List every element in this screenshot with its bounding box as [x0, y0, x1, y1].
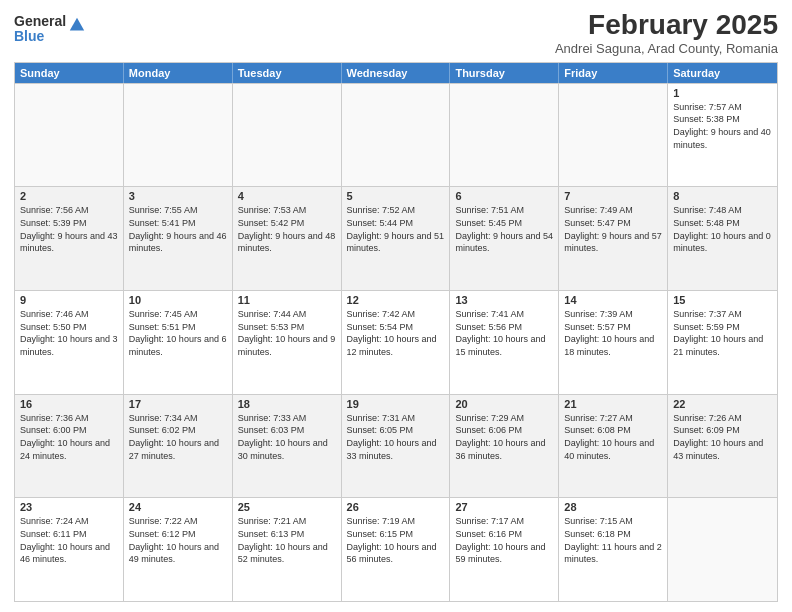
location-subtitle: Andrei Saguna, Arad County, Romania	[555, 41, 778, 56]
day-number: 6	[455, 190, 553, 202]
header: General Blue February 2025 Andrei Saguna…	[14, 10, 778, 56]
day-info: Sunrise: 7:37 AM Sunset: 5:59 PM Dayligh…	[673, 308, 772, 358]
logo-blue: Blue	[14, 29, 66, 44]
logo: General Blue	[14, 14, 86, 45]
day-number: 15	[673, 294, 772, 306]
calendar-cell: 27Sunrise: 7:17 AM Sunset: 6:16 PM Dayli…	[450, 498, 559, 601]
calendar-cell: 1Sunrise: 7:57 AM Sunset: 5:38 PM Daylig…	[668, 84, 777, 187]
day-info: Sunrise: 7:15 AM Sunset: 6:18 PM Dayligh…	[564, 515, 662, 565]
day-number: 12	[347, 294, 445, 306]
day-number: 5	[347, 190, 445, 202]
header-day-friday: Friday	[559, 63, 668, 83]
day-number: 7	[564, 190, 662, 202]
day-number: 11	[238, 294, 336, 306]
day-info: Sunrise: 7:41 AM Sunset: 5:56 PM Dayligh…	[455, 308, 553, 358]
day-number: 8	[673, 190, 772, 202]
calendar-cell: 25Sunrise: 7:21 AM Sunset: 6:13 PM Dayli…	[233, 498, 342, 601]
day-number: 17	[129, 398, 227, 410]
day-number: 24	[129, 501, 227, 513]
day-info: Sunrise: 7:55 AM Sunset: 5:41 PM Dayligh…	[129, 204, 227, 254]
day-number: 20	[455, 398, 553, 410]
calendar-cell	[342, 84, 451, 187]
day-info: Sunrise: 7:19 AM Sunset: 6:15 PM Dayligh…	[347, 515, 445, 565]
day-info: Sunrise: 7:26 AM Sunset: 6:09 PM Dayligh…	[673, 412, 772, 462]
calendar-cell: 28Sunrise: 7:15 AM Sunset: 6:18 PM Dayli…	[559, 498, 668, 601]
day-number: 27	[455, 501, 553, 513]
day-info: Sunrise: 7:27 AM Sunset: 6:08 PM Dayligh…	[564, 412, 662, 462]
logo-icon	[68, 16, 86, 34]
calendar-cell: 16Sunrise: 7:36 AM Sunset: 6:00 PM Dayli…	[15, 395, 124, 498]
calendar-cell: 22Sunrise: 7:26 AM Sunset: 6:09 PM Dayli…	[668, 395, 777, 498]
calendar-cell: 3Sunrise: 7:55 AM Sunset: 5:41 PM Daylig…	[124, 187, 233, 290]
calendar-cell: 18Sunrise: 7:33 AM Sunset: 6:03 PM Dayli…	[233, 395, 342, 498]
calendar-cell: 2Sunrise: 7:56 AM Sunset: 5:39 PM Daylig…	[15, 187, 124, 290]
day-number: 19	[347, 398, 445, 410]
calendar-cell: 24Sunrise: 7:22 AM Sunset: 6:12 PM Dayli…	[124, 498, 233, 601]
day-info: Sunrise: 7:51 AM Sunset: 5:45 PM Dayligh…	[455, 204, 553, 254]
day-number: 3	[129, 190, 227, 202]
day-info: Sunrise: 7:31 AM Sunset: 6:05 PM Dayligh…	[347, 412, 445, 462]
day-number: 4	[238, 190, 336, 202]
logo-general: General	[14, 14, 66, 29]
day-info: Sunrise: 7:17 AM Sunset: 6:16 PM Dayligh…	[455, 515, 553, 565]
calendar-row-2: 9Sunrise: 7:46 AM Sunset: 5:50 PM Daylig…	[15, 290, 777, 394]
day-info: Sunrise: 7:42 AM Sunset: 5:54 PM Dayligh…	[347, 308, 445, 358]
day-number: 21	[564, 398, 662, 410]
calendar-cell: 7Sunrise: 7:49 AM Sunset: 5:47 PM Daylig…	[559, 187, 668, 290]
day-info: Sunrise: 7:22 AM Sunset: 6:12 PM Dayligh…	[129, 515, 227, 565]
header-day-monday: Monday	[124, 63, 233, 83]
calendar-cell: 15Sunrise: 7:37 AM Sunset: 5:59 PM Dayli…	[668, 291, 777, 394]
calendar-header: SundayMondayTuesdayWednesdayThursdayFrid…	[15, 63, 777, 83]
page: General Blue February 2025 Andrei Saguna…	[0, 0, 792, 612]
day-number: 14	[564, 294, 662, 306]
day-number: 10	[129, 294, 227, 306]
calendar-cell	[15, 84, 124, 187]
logo-text: General Blue	[14, 14, 66, 45]
day-number: 13	[455, 294, 553, 306]
day-info: Sunrise: 7:49 AM Sunset: 5:47 PM Dayligh…	[564, 204, 662, 254]
calendar-cell: 5Sunrise: 7:52 AM Sunset: 5:44 PM Daylig…	[342, 187, 451, 290]
calendar-cell	[124, 84, 233, 187]
calendar-row-1: 2Sunrise: 7:56 AM Sunset: 5:39 PM Daylig…	[15, 186, 777, 290]
day-number: 23	[20, 501, 118, 513]
calendar-row-3: 16Sunrise: 7:36 AM Sunset: 6:00 PM Dayli…	[15, 394, 777, 498]
header-day-tuesday: Tuesday	[233, 63, 342, 83]
day-number: 25	[238, 501, 336, 513]
calendar: SundayMondayTuesdayWednesdayThursdayFrid…	[14, 62, 778, 602]
day-info: Sunrise: 7:29 AM Sunset: 6:06 PM Dayligh…	[455, 412, 553, 462]
day-number: 26	[347, 501, 445, 513]
calendar-cell	[233, 84, 342, 187]
calendar-cell	[450, 84, 559, 187]
day-info: Sunrise: 7:39 AM Sunset: 5:57 PM Dayligh…	[564, 308, 662, 358]
calendar-cell: 21Sunrise: 7:27 AM Sunset: 6:08 PM Dayli…	[559, 395, 668, 498]
calendar-body: 1Sunrise: 7:57 AM Sunset: 5:38 PM Daylig…	[15, 83, 777, 601]
day-number: 2	[20, 190, 118, 202]
calendar-cell: 14Sunrise: 7:39 AM Sunset: 5:57 PM Dayli…	[559, 291, 668, 394]
day-number: 22	[673, 398, 772, 410]
header-day-thursday: Thursday	[450, 63, 559, 83]
calendar-cell: 23Sunrise: 7:24 AM Sunset: 6:11 PM Dayli…	[15, 498, 124, 601]
day-info: Sunrise: 7:24 AM Sunset: 6:11 PM Dayligh…	[20, 515, 118, 565]
day-number: 1	[673, 87, 772, 99]
day-info: Sunrise: 7:21 AM Sunset: 6:13 PM Dayligh…	[238, 515, 336, 565]
day-info: Sunrise: 7:34 AM Sunset: 6:02 PM Dayligh…	[129, 412, 227, 462]
calendar-cell: 26Sunrise: 7:19 AM Sunset: 6:15 PM Dayli…	[342, 498, 451, 601]
header-day-wednesday: Wednesday	[342, 63, 451, 83]
calendar-cell: 17Sunrise: 7:34 AM Sunset: 6:02 PM Dayli…	[124, 395, 233, 498]
day-info: Sunrise: 7:44 AM Sunset: 5:53 PM Dayligh…	[238, 308, 336, 358]
day-info: Sunrise: 7:56 AM Sunset: 5:39 PM Dayligh…	[20, 204, 118, 254]
calendar-cell: 8Sunrise: 7:48 AM Sunset: 5:48 PM Daylig…	[668, 187, 777, 290]
day-info: Sunrise: 7:36 AM Sunset: 6:00 PM Dayligh…	[20, 412, 118, 462]
calendar-cell: 19Sunrise: 7:31 AM Sunset: 6:05 PM Dayli…	[342, 395, 451, 498]
calendar-row-0: 1Sunrise: 7:57 AM Sunset: 5:38 PM Daylig…	[15, 83, 777, 187]
calendar-cell	[668, 498, 777, 601]
header-day-saturday: Saturday	[668, 63, 777, 83]
day-number: 18	[238, 398, 336, 410]
day-info: Sunrise: 7:53 AM Sunset: 5:42 PM Dayligh…	[238, 204, 336, 254]
day-info: Sunrise: 7:46 AM Sunset: 5:50 PM Dayligh…	[20, 308, 118, 358]
header-day-sunday: Sunday	[15, 63, 124, 83]
day-info: Sunrise: 7:52 AM Sunset: 5:44 PM Dayligh…	[347, 204, 445, 254]
day-info: Sunrise: 7:33 AM Sunset: 6:03 PM Dayligh…	[238, 412, 336, 462]
calendar-cell: 20Sunrise: 7:29 AM Sunset: 6:06 PM Dayli…	[450, 395, 559, 498]
day-number: 28	[564, 501, 662, 513]
